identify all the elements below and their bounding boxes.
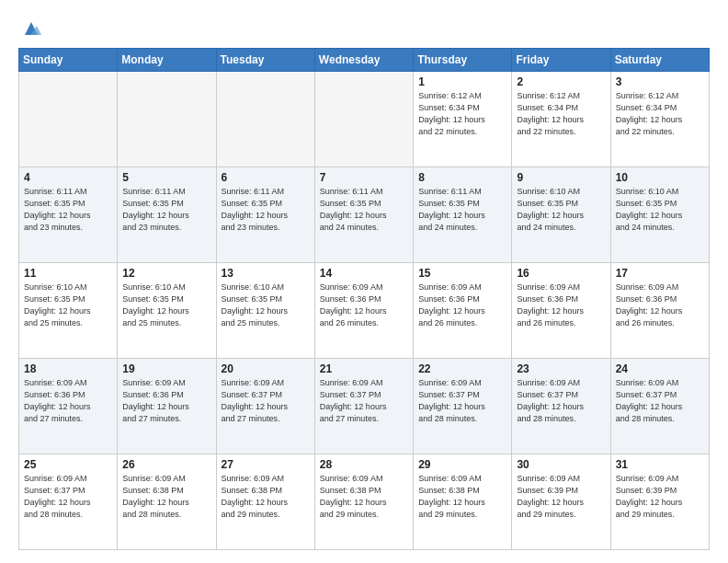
day-number: 15 <box>418 267 506 280</box>
day-info: Sunrise: 6:10 AM Sunset: 6:35 PM Dayligh… <box>222 282 310 329</box>
day-info: Sunrise: 6:10 AM Sunset: 6:35 PM Dayligh… <box>122 282 210 329</box>
day-info: Sunrise: 6:10 AM Sunset: 6:35 PM Dayligh… <box>517 186 605 234</box>
calendar-cell: 25Sunrise: 6:09 AM Sunset: 6:37 PM Dayli… <box>19 454 118 550</box>
day-info: Sunrise: 6:09 AM Sunset: 6:36 PM Dayligh… <box>616 282 704 329</box>
weekday-header-tuesday: Tuesday <box>216 49 314 72</box>
calendar-cell: 5Sunrise: 6:11 AM Sunset: 6:35 PM Daylig… <box>118 167 216 263</box>
day-number: 27 <box>222 458 310 471</box>
calendar-cell: 3Sunrise: 6:12 AM Sunset: 6:34 PM Daylig… <box>610 72 709 167</box>
day-number: 13 <box>222 267 310 280</box>
day-number: 18 <box>24 362 112 375</box>
day-number: 11 <box>24 267 112 280</box>
day-info: Sunrise: 6:11 AM Sunset: 6:35 PM Dayligh… <box>222 186 310 234</box>
calendar-cell <box>19 72 118 167</box>
calendar-cell: 31Sunrise: 6:09 AM Sunset: 6:39 PM Dayli… <box>610 454 709 550</box>
calendar-cell: 21Sunrise: 6:09 AM Sunset: 6:37 PM Dayli… <box>314 359 413 454</box>
day-number: 4 <box>24 171 112 184</box>
day-number: 9 <box>517 171 605 184</box>
weekday-header-row: SundayMondayTuesdayWednesdayThursdayFrid… <box>19 49 710 72</box>
calendar-cell: 27Sunrise: 6:09 AM Sunset: 6:38 PM Dayli… <box>216 454 314 550</box>
day-info: Sunrise: 6:09 AM Sunset: 6:36 PM Dayligh… <box>122 377 210 425</box>
day-info: Sunrise: 6:11 AM Sunset: 6:35 PM Dayligh… <box>122 186 210 234</box>
day-number: 10 <box>616 171 704 184</box>
calendar-cell <box>314 72 413 167</box>
calendar-cell: 16Sunrise: 6:09 AM Sunset: 6:36 PM Dayli… <box>512 263 610 359</box>
calendar-cell: 8Sunrise: 6:11 AM Sunset: 6:35 PM Daylig… <box>414 167 512 263</box>
day-info: Sunrise: 6:09 AM Sunset: 6:37 PM Dayligh… <box>320 377 408 425</box>
day-number: 14 <box>320 267 408 280</box>
day-number: 3 <box>616 75 704 88</box>
calendar-cell: 15Sunrise: 6:09 AM Sunset: 6:36 PM Dayli… <box>414 263 512 359</box>
day-info: Sunrise: 6:09 AM Sunset: 6:37 PM Dayligh… <box>616 377 704 425</box>
day-info: Sunrise: 6:09 AM Sunset: 6:36 PM Dayligh… <box>320 282 408 329</box>
day-info: Sunrise: 6:10 AM Sunset: 6:35 PM Dayligh… <box>24 282 112 329</box>
calendar-cell: 28Sunrise: 6:09 AM Sunset: 6:38 PM Dayli… <box>314 454 413 550</box>
day-info: Sunrise: 6:09 AM Sunset: 6:38 PM Dayligh… <box>418 473 506 521</box>
day-info: Sunrise: 6:11 AM Sunset: 6:35 PM Dayligh… <box>320 186 408 234</box>
day-info: Sunrise: 6:09 AM Sunset: 6:37 PM Dayligh… <box>222 377 310 425</box>
logo <box>18 17 41 39</box>
day-number: 24 <box>616 362 704 375</box>
day-number: 25 <box>24 458 112 471</box>
calendar-cell: 4Sunrise: 6:11 AM Sunset: 6:35 PM Daylig… <box>19 167 118 263</box>
day-info: Sunrise: 6:09 AM Sunset: 6:39 PM Dayligh… <box>517 473 605 521</box>
day-number: 26 <box>122 458 210 471</box>
day-info: Sunrise: 6:09 AM Sunset: 6:39 PM Dayligh… <box>616 473 704 521</box>
calendar-cell: 9Sunrise: 6:10 AM Sunset: 6:35 PM Daylig… <box>512 167 610 263</box>
day-info: Sunrise: 6:11 AM Sunset: 6:35 PM Dayligh… <box>24 186 112 234</box>
calendar-cell: 2Sunrise: 6:12 AM Sunset: 6:34 PM Daylig… <box>512 72 610 167</box>
day-number: 7 <box>320 171 408 184</box>
day-number: 16 <box>517 267 605 280</box>
weekday-header-sunday: Sunday <box>19 49 118 72</box>
calendar-week-4: 18Sunrise: 6:09 AM Sunset: 6:36 PM Dayli… <box>19 359 710 454</box>
weekday-header-saturday: Saturday <box>610 49 709 72</box>
calendar-cell: 7Sunrise: 6:11 AM Sunset: 6:35 PM Daylig… <box>314 167 413 263</box>
calendar-cell: 11Sunrise: 6:10 AM Sunset: 6:35 PM Dayli… <box>19 263 118 359</box>
day-info: Sunrise: 6:11 AM Sunset: 6:35 PM Dayligh… <box>418 186 506 234</box>
day-info: Sunrise: 6:12 AM Sunset: 6:34 PM Dayligh… <box>418 90 506 138</box>
calendar-week-5: 25Sunrise: 6:09 AM Sunset: 6:37 PM Dayli… <box>19 454 710 550</box>
day-info: Sunrise: 6:09 AM Sunset: 6:38 PM Dayligh… <box>222 473 310 521</box>
day-info: Sunrise: 6:09 AM Sunset: 6:36 PM Dayligh… <box>418 282 506 329</box>
calendar-cell: 26Sunrise: 6:09 AM Sunset: 6:38 PM Dayli… <box>118 454 216 550</box>
day-number: 17 <box>616 267 704 280</box>
day-number: 20 <box>222 362 310 375</box>
calendar-cell: 20Sunrise: 6:09 AM Sunset: 6:37 PM Dayli… <box>216 359 314 454</box>
day-info: Sunrise: 6:09 AM Sunset: 6:36 PM Dayligh… <box>517 282 605 329</box>
calendar-week-1: 1Sunrise: 6:12 AM Sunset: 6:34 PM Daylig… <box>19 72 710 167</box>
day-number: 22 <box>418 362 506 375</box>
day-number: 30 <box>517 458 605 471</box>
weekday-header-monday: Monday <box>118 49 216 72</box>
calendar-cell: 13Sunrise: 6:10 AM Sunset: 6:35 PM Dayli… <box>216 263 314 359</box>
calendar-cell: 29Sunrise: 6:09 AM Sunset: 6:38 PM Dayli… <box>414 454 512 550</box>
day-info: Sunrise: 6:09 AM Sunset: 6:37 PM Dayligh… <box>24 473 112 521</box>
calendar-cell: 19Sunrise: 6:09 AM Sunset: 6:36 PM Dayli… <box>118 359 216 454</box>
day-info: Sunrise: 6:12 AM Sunset: 6:34 PM Dayligh… <box>517 90 605 138</box>
calendar-week-2: 4Sunrise: 6:11 AM Sunset: 6:35 PM Daylig… <box>19 167 710 263</box>
day-info: Sunrise: 6:09 AM Sunset: 6:38 PM Dayligh… <box>320 473 408 521</box>
day-number: 19 <box>122 362 210 375</box>
day-number: 23 <box>517 362 605 375</box>
calendar-cell <box>118 72 216 167</box>
weekday-header-thursday: Thursday <box>414 49 512 72</box>
weekday-header-friday: Friday <box>512 49 610 72</box>
weekday-header-wednesday: Wednesday <box>314 49 413 72</box>
page: SundayMondayTuesdayWednesdayThursdayFrid… <box>0 0 728 563</box>
day-number: 8 <box>418 171 506 184</box>
calendar-cell: 12Sunrise: 6:10 AM Sunset: 6:35 PM Dayli… <box>118 263 216 359</box>
logo-icon <box>21 18 41 39</box>
calendar-cell: 17Sunrise: 6:09 AM Sunset: 6:36 PM Dayli… <box>610 263 709 359</box>
day-number: 28 <box>320 458 408 471</box>
day-number: 31 <box>616 458 704 471</box>
calendar-cell: 24Sunrise: 6:09 AM Sunset: 6:37 PM Dayli… <box>610 359 709 454</box>
day-number: 2 <box>517 75 605 88</box>
day-number: 6 <box>222 171 310 184</box>
calendar-cell: 14Sunrise: 6:09 AM Sunset: 6:36 PM Dayli… <box>314 263 413 359</box>
calendar-cell: 22Sunrise: 6:09 AM Sunset: 6:37 PM Dayli… <box>414 359 512 454</box>
calendar-cell: 23Sunrise: 6:09 AM Sunset: 6:37 PM Dayli… <box>512 359 610 454</box>
day-number: 5 <box>122 171 210 184</box>
day-number: 12 <box>122 267 210 280</box>
calendar-week-3: 11Sunrise: 6:10 AM Sunset: 6:35 PM Dayli… <box>19 263 710 359</box>
day-info: Sunrise: 6:09 AM Sunset: 6:37 PM Dayligh… <box>517 377 605 425</box>
calendar-cell: 30Sunrise: 6:09 AM Sunset: 6:39 PM Dayli… <box>512 454 610 550</box>
